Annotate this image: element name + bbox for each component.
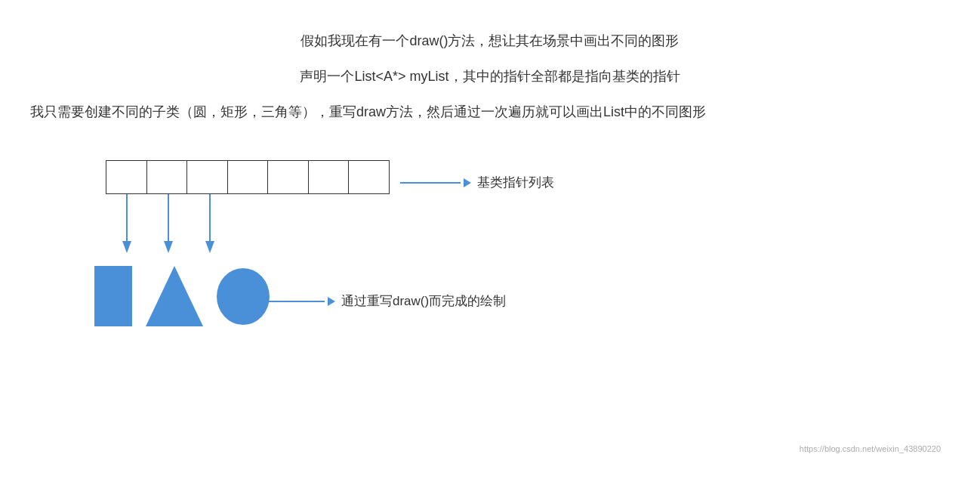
array-cell-6: [308, 160, 350, 194]
svg-marker-1: [122, 241, 131, 253]
diagram-area: 基类指针列表: [30, 153, 950, 459]
label-arrow-base-list: 基类指针列表: [400, 174, 554, 191]
array-cell-3: [186, 160, 228, 194]
arrow-down-1: [106, 194, 147, 255]
label-draw: 通过重写draw()而完成的绘制: [341, 292, 506, 310]
svg-marker-5: [205, 241, 214, 253]
arrow-line-h-2: [264, 301, 325, 302]
description-line3: 我只需要创建不同的子类（圆，矩形，三角等），重写draw方法，然后通过一次遍历就…: [30, 101, 950, 123]
arrow-head-right-1: [464, 178, 471, 187]
label-base-list: 基类指针列表: [477, 174, 554, 191]
array-cell-4: [227, 160, 269, 194]
shapes-container: [94, 266, 270, 326]
description-line1: 假如我现在有一个draw()方法，想让其在场景中画出不同的图形: [30, 30, 950, 52]
array-container: [106, 160, 389, 194]
array-cell-7: [348, 160, 390, 194]
arrow-down-svg-2: [161, 194, 176, 255]
main-content: 假如我现在有一个draw()方法，想让其在场景中画出不同的图形 声明一个List…: [0, 0, 980, 482]
array-cell-2: [146, 160, 188, 194]
arrow-down-svg-1: [119, 194, 134, 255]
shape-rectangle: [94, 266, 132, 326]
watermark: https://blog.csdn.net/weixin_43890220: [800, 444, 941, 453]
label-arrow-draw: 通过重写draw()而完成的绘制: [264, 292, 506, 310]
arrow-head-right-2: [328, 297, 335, 306]
svg-marker-3: [164, 241, 173, 253]
array-cell-1: [106, 160, 147, 194]
array-cell-5: [267, 160, 309, 194]
shape-ellipse: [217, 268, 270, 325]
arrows-down-container: [106, 194, 230, 255]
description-line2: 声明一个List<A*> myList，其中的指针全部都是指向基类的指针: [30, 66, 950, 88]
arrow-down-3: [189, 194, 230, 255]
arrow-down-2: [147, 194, 189, 255]
arrow-line-h-1: [400, 182, 461, 184]
shape-triangle: [146, 266, 203, 326]
arrow-down-svg-3: [202, 194, 217, 255]
